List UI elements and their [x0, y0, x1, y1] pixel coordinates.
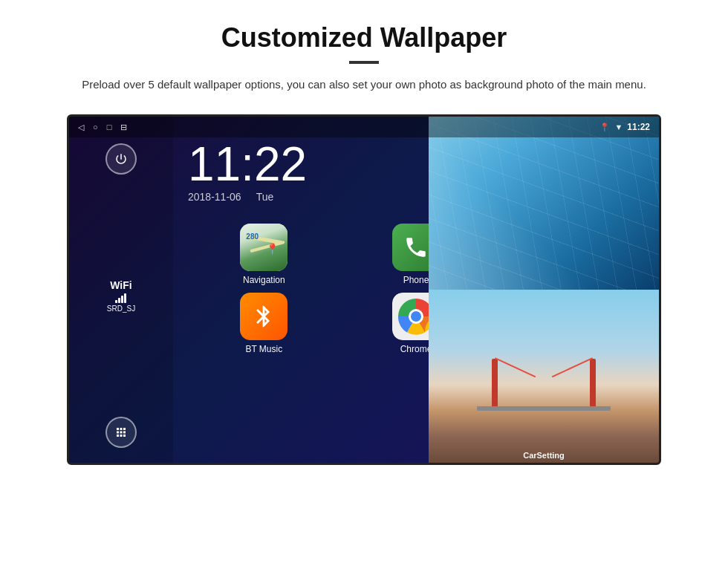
- recent-icon[interactable]: □: [107, 123, 112, 131]
- page-title: Customized Wallpaper: [221, 22, 507, 53]
- app-phone-label: Phone: [403, 275, 429, 285]
- android-screen: ◁ ○ □ ⊟ 📍 ▼ 11:22 WiFi SRD_SJ: [67, 114, 661, 465]
- clock-day: Tue: [256, 191, 274, 203]
- status-time: 11:22: [627, 122, 650, 132]
- home-icon[interactable]: ○: [93, 123, 98, 131]
- clock-date: 2018-11-06: [188, 191, 241, 203]
- status-bar-nav: ◁ ○ □ ⊟: [78, 123, 127, 132]
- clock-section: 11:22 2018-11-06 Tue: [188, 140, 307, 203]
- app-chrome-label: Chrome: [400, 344, 432, 354]
- wifi-signal-bars: [107, 293, 135, 303]
- wifi-label: WiFi: [107, 279, 135, 291]
- app-bt-music[interactable]: BT Music: [188, 293, 340, 354]
- screenshot-icon[interactable]: ⊟: [120, 123, 127, 132]
- wifi-icon: ▼: [614, 123, 623, 131]
- clock-date-row: 2018-11-06 Tue: [188, 191, 307, 203]
- wallpaper-bottom-panel: CarSetting: [429, 290, 659, 463]
- title-divider: [349, 61, 379, 64]
- status-bar-right: 📍 ▼ 11:22: [599, 122, 650, 132]
- location-icon: 📍: [599, 123, 610, 132]
- wifi-widget: WiFi SRD_SJ: [107, 279, 135, 313]
- back-icon[interactable]: ◁: [78, 123, 84, 132]
- page-description: Preload over 5 default wallpaper options…: [82, 76, 646, 94]
- apps-button[interactable]: [105, 417, 137, 448]
- left-sidebar: WiFi SRD_SJ: [69, 117, 173, 463]
- app-navigation-label: Navigation: [243, 275, 285, 285]
- wallpaper-panels: CarSetting: [429, 117, 659, 463]
- bridge-structure: [469, 351, 618, 411]
- wifi-ssid: SRD_SJ: [107, 305, 135, 313]
- wallpaper-top-panel: [429, 117, 659, 290]
- app-navigation[interactable]: 280 📍 Navigation: [188, 224, 340, 285]
- clock-display: 11:22: [188, 140, 307, 188]
- svg-point-2: [411, 311, 421, 322]
- status-bar: ◁ ○ □ ⊟ 📍 ▼ 11:22: [69, 117, 659, 137]
- app-bt-music-label: BT Music: [245, 344, 282, 354]
- power-button[interactable]: [105, 143, 137, 175]
- carsetting-label: CarSetting: [429, 451, 659, 460]
